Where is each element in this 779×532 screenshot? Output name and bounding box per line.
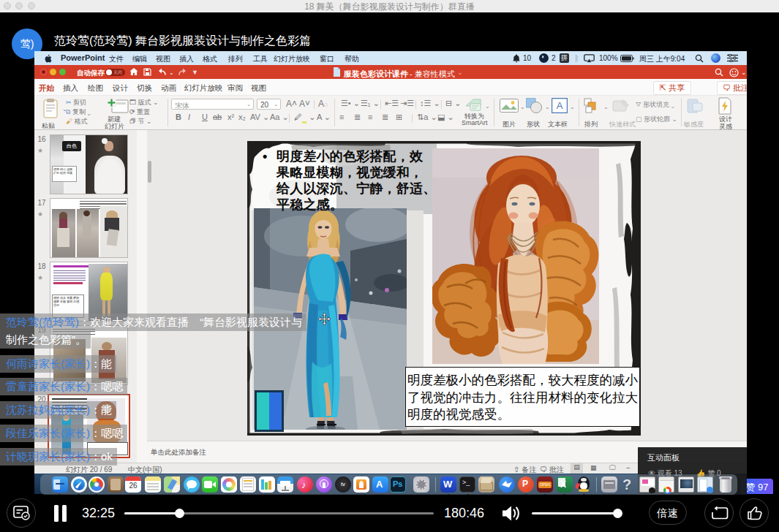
svg-text:A: A bbox=[557, 100, 563, 111]
